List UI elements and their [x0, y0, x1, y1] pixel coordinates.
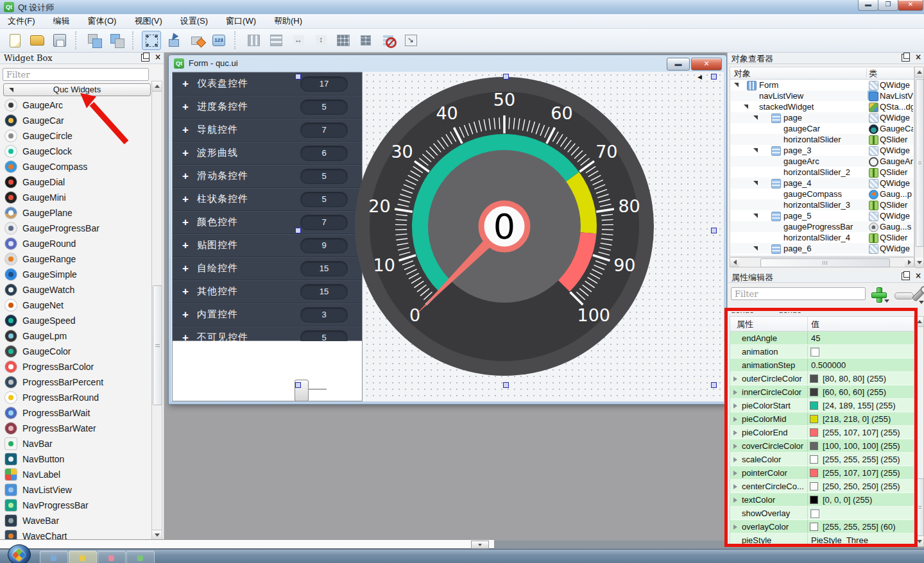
float-panel-icon[interactable]	[902, 54, 910, 62]
widget-item-GaugeCar[interactable]: GaugeCar	[0, 113, 150, 128]
selection-handle[interactable]	[711, 382, 717, 388]
widget-item-GaugeProgressBar[interactable]: GaugeProgressBar	[0, 221, 150, 236]
expander-icon[interactable]	[733, 417, 737, 422]
property-grid-header[interactable]: 属性 值	[730, 317, 914, 332]
edit-widgets-button[interactable]	[142, 31, 161, 50]
form-titlebar[interactable]: Qt Form - quc.ui ▬ ✕	[169, 55, 726, 72]
widget-item-ProgressBarWater[interactable]: ProgressBarWater	[0, 421, 150, 436]
widget-filter-input[interactable]	[3, 68, 149, 81]
color-swatch[interactable]	[810, 428, 818, 437]
scroll-right-arrow[interactable]	[905, 258, 914, 267]
property-value[interactable]: [255, 107, 107] (255)	[823, 468, 900, 478]
window-titlebar[interactable]: Qt Qt 设计师 ▬ ❐ ✕	[0, 0, 924, 15]
scrollbar-thumb[interactable]	[916, 79, 924, 247]
edit-buddies-button[interactable]	[187, 31, 206, 50]
selection-handle[interactable]	[295, 74, 301, 80]
widget-item-WaveChart[interactable]: WaveChart	[0, 528, 150, 540]
tree-row-stackedWidget[interactable]: stackedWidgetQSta...dg	[730, 101, 914, 112]
adjust-size-button[interactable]: ↘	[401, 31, 420, 50]
property-row-outerCircleColor[interactable]: outerCircleColor[80, 80, 80] (255)	[730, 372, 914, 385]
edit-tab-order-button[interactable]: 123	[209, 31, 228, 50]
column-property[interactable]: 属性	[737, 319, 753, 330]
gauge-arc-widget[interactable]: 01020304050607080901000	[171, 72, 724, 401]
widget-item-NavListView[interactable]: NavListView	[0, 482, 150, 498]
edit-signals-button[interactable]	[164, 31, 184, 50]
selection-handle[interactable]	[295, 382, 301, 388]
stacked-widget-prev-arrow[interactable]: ◀	[697, 74, 702, 80]
widget-box-scrollbar[interactable]	[151, 81, 162, 540]
save-file-button[interactable]	[50, 31, 69, 50]
expander-icon[interactable]	[733, 376, 737, 382]
color-swatch[interactable]	[810, 482, 818, 491]
expander-icon[interactable]	[733, 484, 737, 489]
tree-row-gaugeProgressBar[interactable]: gaugeProgressBarGaug...s	[730, 221, 914, 232]
menu-视图(V)[interactable]: 视图(V)	[133, 14, 163, 28]
widget-item-ProgressBarWait[interactable]: ProgressBarWait	[0, 405, 150, 421]
expander-icon[interactable]	[733, 430, 737, 435]
widget-item-GaugeSpeed[interactable]: GaugeSpeed	[0, 313, 150, 328]
widget-item-GaugeCircle[interactable]: GaugeCircle	[0, 128, 150, 144]
property-value[interactable]: 45	[811, 333, 820, 343]
tree-row-gaugeCompass[interactable]: gaugeCompassGaug...p	[730, 189, 914, 199]
widget-item-NavLabel[interactable]: NavLabel	[0, 467, 150, 482]
tree-row-gaugeArc[interactable]: gaugeArcGaugeAr	[730, 156, 914, 167]
widget-item-GaugeDial[interactable]: GaugeDial	[0, 174, 150, 190]
splitter-vertical-button[interactable]: ↕	[311, 31, 330, 50]
expander-icon[interactable]	[753, 246, 758, 251]
expander-icon[interactable]	[733, 457, 737, 462]
widget-item-NavProgressBar[interactable]: NavProgressBar	[0, 498, 150, 513]
taskbar-button-2[interactable]	[69, 551, 97, 563]
minimize-button[interactable]: ▬	[858, 0, 878, 11]
property-row-pieStyle[interactable]: pieStylePieStyle_Three	[730, 534, 914, 546]
start-button[interactable]	[8, 544, 31, 563]
close-button[interactable]: ✕	[898, 0, 923, 11]
cascade-a-button[interactable]	[85, 31, 104, 50]
property-row-pieColorMid[interactable]: pieColorMid[218, 218, 0] (255)	[730, 412, 914, 426]
column-class[interactable]: 类	[869, 68, 877, 80]
scroll-up-arrow[interactable]	[915, 67, 923, 78]
color-swatch[interactable]	[810, 496, 818, 504]
taskbar-button-4[interactable]	[126, 551, 155, 563]
color-swatch[interactable]	[810, 374, 818, 383]
expander-icon[interactable]	[733, 444, 737, 449]
color-swatch[interactable]	[810, 469, 818, 477]
splitter-horizontal-button[interactable]: ↔	[289, 31, 308, 50]
widget-item-GaugeRange[interactable]: GaugeRange	[0, 251, 150, 267]
layout-form-button[interactable]	[356, 31, 375, 50]
color-swatch[interactable]	[810, 388, 818, 396]
form-close-button[interactable]: ✕	[691, 58, 722, 71]
tree-row-page_4[interactable]: page_4QWidge	[730, 178, 914, 189]
property-value[interactable]: 0.500000	[811, 360, 846, 370]
layout-horizontal-button[interactable]	[244, 31, 263, 50]
scrollbar-thumb[interactable]	[760, 258, 890, 267]
close-panel-icon[interactable]: ×	[155, 54, 161, 62]
widget-item-GaugeClock[interactable]: GaugeClock	[0, 144, 150, 159]
menu-窗体(O)[interactable]: 窗体(O)	[87, 14, 118, 28]
scroll-down-arrow[interactable]	[915, 258, 923, 268]
break-layout-button[interactable]	[379, 31, 398, 50]
widget-item-GaugePlane[interactable]: GaugePlane	[0, 205, 150, 221]
layout-vertical-button[interactable]	[266, 31, 286, 50]
tree-row-horizontalSlider_3[interactable]: horizontalSlider_3QSlider	[730, 199, 914, 210]
scrollbar-thumb[interactable]	[916, 478, 924, 536]
tree-row-page[interactable]: pageQWidge	[730, 112, 914, 123]
selection-handle[interactable]	[711, 228, 717, 233]
tree-row-page_3[interactable]: page_3QWidge	[730, 145, 914, 156]
widget-item-GaugeCompass[interactable]: GaugeCompass	[0, 159, 150, 174]
property-row-pieColorEnd[interactable]: pieColorEnd[255, 107, 107] (255)	[730, 426, 914, 439]
expander-icon[interactable]	[753, 181, 758, 185]
property-row-animation[interactable]: animation	[730, 345, 914, 358]
expander-icon[interactable]	[733, 498, 737, 503]
property-row-textColor[interactable]: textColor[0, 0, 0] (255)	[730, 493, 914, 507]
property-value[interactable]: [250, 250, 250] (255)	[823, 482, 900, 491]
tree-row-horizontalSlider_4[interactable]: horizontalSlider_4QSlider	[730, 232, 914, 243]
close-panel-icon[interactable]: ×	[915, 273, 921, 280]
widget-item-GaugeWatch[interactable]: GaugeWatch	[0, 282, 150, 298]
tree-row-gaugeCar[interactable]: gaugeCarGaugeCa	[730, 123, 914, 134]
menu-帮助(H)[interactable]: 帮助(H)	[273, 14, 304, 28]
property-row-animationStep[interactable]: animationStep0.500000	[730, 358, 914, 372]
widget-item-GaugeNet[interactable]: GaugeNet	[0, 298, 150, 313]
expander-icon[interactable]	[733, 471, 737, 476]
property-editor-vscrollbar[interactable]	[914, 316, 924, 546]
layout-grid-button[interactable]	[334, 31, 353, 50]
